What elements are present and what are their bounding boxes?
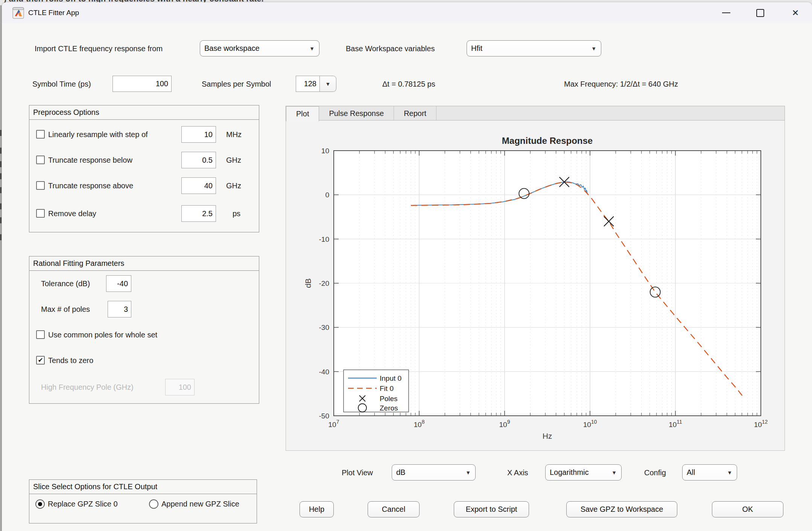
config-value: All [687,468,695,477]
svg-text:Input 0: Input 0 [380,374,401,382]
workspace-vars-dropdown[interactable]: Hfit ▼ [467,40,601,56]
background-edge-mark [0,234,2,240]
background-edge-mark [0,173,2,179]
background-edge-mark [0,187,2,193]
minimize-button[interactable] [716,5,736,20]
tab-pulse-response[interactable]: Pulse Response [319,106,394,121]
truncate-above-label: Truncate response above [48,182,133,190]
chevron-down-icon: ▼ [465,470,471,476]
plot-view-value: dB [396,468,405,477]
svg-text:107: 107 [328,419,339,429]
svg-text:0: 0 [325,191,329,199]
help-button[interactable]: Help [300,501,334,517]
linearly-resample-checkbox[interactable] [36,130,45,139]
truncate-below-label: Truncate response below [48,156,132,165]
maximize-icon [756,9,764,17]
magnitude-response-chart: Magnitude ResponseHzdB100-10-20-30-40-50… [286,121,785,451]
rational-fitting-panel: Rational Fitting Parameters [29,256,259,404]
resample-step-unit: MHz [226,130,242,139]
workspace-vars-label: Base Workspace variables [346,44,435,53]
high-freq-pole-input: 100 [165,379,195,395]
slice-select-title: Slice Select Options for CTLE Output [29,480,257,494]
x-axis-value: Logarithmic [550,468,588,477]
background-edge-mark [0,148,2,154]
cancel-button[interactable]: Cancel [368,501,420,517]
symbol-time-input[interactable]: 100 [113,76,172,92]
svg-text:Magnitude Response: Magnitude Response [502,136,593,146]
x-axis-dropdown[interactable]: Logarithmic ▼ [545,464,622,481]
config-dropdown[interactable]: All ▼ [682,464,737,481]
ok-button[interactable]: OK [712,501,783,517]
minimize-icon [722,12,730,13]
export-to-script-button[interactable]: Export to Script [454,501,529,517]
common-poles-checkbox[interactable] [36,330,45,339]
resample-step-input[interactable]: 10 [181,126,216,143]
replace-gpz-label: Replace GPZ Slice 0 [48,500,118,508]
truncate-below-input[interactable]: 0.5 [181,152,216,168]
high-freq-pole-label: High Frequency Pole (GHz) [41,383,134,392]
remove-delay-checkbox[interactable] [36,209,45,218]
svg-text:-10: -10 [319,235,329,243]
samples-per-symbol-value[interactable]: 128 [296,76,320,92]
samples-per-symbol-label: Samples per Symbol [202,80,271,88]
svg-text:Hz: Hz [543,432,552,440]
plot-view-label: Plot View [342,468,373,477]
tolerance-input[interactable]: -40 [106,275,131,292]
tends-to-zero-checkbox[interactable] [36,356,45,365]
rational-fitting-title: Rational Fitting Parameters [29,256,259,271]
chevron-down-icon: ▼ [591,46,596,52]
plot-view-dropdown[interactable]: dB ▼ [392,464,476,481]
max-frequency-text: Max Frequency: 1/2/Δt = 640 GHz [564,80,678,88]
background-edge-mark [0,130,2,136]
max-poles-input[interactable]: 3 [108,301,131,317]
svg-text:-50: -50 [319,412,329,420]
svg-text:Poles: Poles [380,395,398,403]
config-label: Config [644,468,666,477]
remove-delay-input[interactable]: 2.5 [181,205,216,222]
svg-text:-40: -40 [319,368,329,376]
max-poles-label: Max # of poles [41,305,90,314]
append-gpz-radio[interactable] [149,499,158,509]
svg-text:Fit 0: Fit 0 [380,385,394,392]
append-gpz-label: Append new GPZ Slice [161,500,239,508]
svg-text:dB: dB [304,278,312,288]
replace-gpz-radio[interactable] [35,499,45,509]
import-source-dropdown[interactable]: Base workspace ▼ [200,40,319,56]
svg-text:1011: 1011 [669,419,682,429]
import-source-label: Import CTLE frequency response from [35,44,163,53]
remove-delay-unit: ps [233,209,240,218]
tab-plot[interactable]: Plot [286,106,319,121]
background-edge-mark [0,217,2,223]
svg-text:1012: 1012 [754,419,768,429]
svg-text:109: 109 [499,419,510,429]
svg-text:-30: -30 [319,323,329,331]
truncate-above-checkbox[interactable] [36,181,45,190]
samples-per-symbol-dropdown-button[interactable]: ▼ [320,76,336,92]
save-gpz-button[interactable]: Save GPZ to Workspace [566,501,677,517]
truncate-below-checkbox[interactable] [36,156,45,164]
symbol-time-label: Symbol Time (ps) [32,80,91,88]
background-edge-mark [0,161,2,167]
matlab-app-icon [12,7,24,19]
chevron-down-icon: ▼ [727,470,732,476]
close-button[interactable]: ✕ [786,5,805,20]
remove-delay-label: Remove delay [48,209,96,218]
linearly-resample-label: Linearly resample with step of [48,130,148,139]
svg-text:10: 10 [321,147,329,155]
tab-report[interactable]: Report [394,106,436,121]
maximize-button[interactable] [750,5,770,20]
truncate-above-input[interactable]: 40 [181,177,216,194]
common-poles-label: Use common poles for whole set [48,331,157,339]
svg-text:1010: 1010 [583,419,597,429]
tends-to-zero-label: Tends to zero [48,356,93,365]
truncate-above-unit: GHz [226,182,241,190]
x-axis-label: X Axis [507,468,528,477]
preprocess-options-title: Preprocess Options [29,105,259,120]
import-source-value: Base workspace [204,44,260,53]
tolerance-label: Tolerance (dB) [41,279,90,288]
window-title: CTLE Fitter App [28,9,79,17]
truncate-below-unit: GHz [226,156,241,165]
svg-text:Zeros: Zeros [380,404,398,412]
svg-text:108: 108 [414,419,425,429]
titlebar: CTLE Fitter App ✕ [2,2,812,23]
